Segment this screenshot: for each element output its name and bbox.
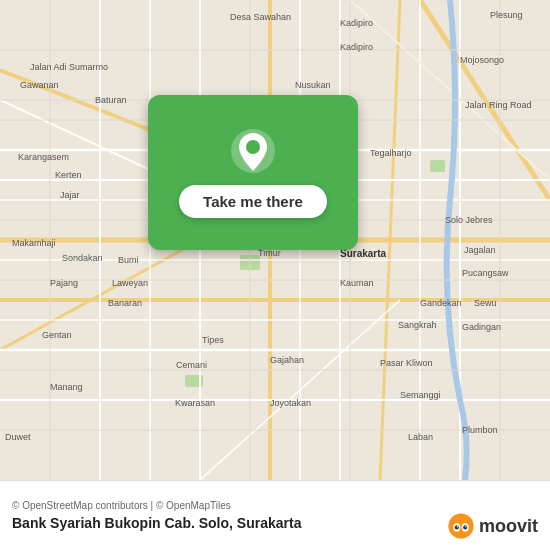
svg-point-47 [457, 526, 458, 527]
bottom-bar: © OpenStreetMap contributors | © OpenMap… [0, 480, 550, 550]
moovit-icon [447, 512, 475, 540]
map-label: Kauman [340, 278, 374, 288]
map-label: Desa Sawahan [230, 12, 291, 22]
svg-point-48 [465, 526, 466, 527]
map-label: Bumi [118, 255, 139, 265]
map-label: Baturan [95, 95, 127, 105]
map-label: Solo Jebres [445, 215, 493, 225]
map-label: Gandekan [420, 298, 462, 308]
map-label: Nusukan [295, 80, 331, 90]
map-label: Kadipiro [340, 42, 373, 52]
svg-point-42 [448, 513, 473, 538]
svg-point-41 [246, 140, 260, 154]
map-label: Gajahan [270, 355, 304, 365]
map-label: Gadingan [462, 322, 501, 332]
map-label: Semanggi [400, 390, 441, 400]
map-label: Kerten [55, 170, 82, 180]
location-pin-icon [229, 127, 277, 175]
take-me-button[interactable]: Take me there [179, 185, 327, 218]
location-card: Take me there [148, 95, 358, 250]
map-label: Banaran [108, 298, 142, 308]
map-label: Sangkrah [398, 320, 437, 330]
svg-rect-3 [430, 160, 445, 172]
map-label: Jalan Ring Road [465, 100, 532, 110]
map-label: Mojosongo [460, 55, 504, 65]
map-label: Jajar [60, 190, 80, 200]
map-label: Makamhaji [12, 238, 56, 248]
map-label: Sondakan [62, 253, 103, 263]
map-label: Pasar Kliwon [380, 358, 433, 368]
attribution-text: © OpenStreetMap contributors | © OpenMap… [12, 500, 538, 511]
map-label: Kadipiro [340, 18, 373, 28]
map-label: Pucangsaw [462, 268, 509, 278]
map-label: Jalan Adi Sumarmo [30, 62, 108, 72]
map-label: Gentan [42, 330, 72, 340]
map-label: Manang [50, 382, 83, 392]
map-label: Karangasem [18, 152, 69, 162]
map-label: Sewu [474, 298, 497, 308]
map-label: Kwarasan [175, 398, 215, 408]
map-label: Laban [408, 432, 433, 442]
map-container: Desa SawahanKadipiroKadipiroPlesungMojos… [0, 0, 550, 480]
map-label: Plesung [490, 10, 523, 20]
map-label: Joyotakan [270, 398, 311, 408]
map-label: Gawanan [20, 80, 59, 90]
map-label: Plumbon [462, 425, 498, 435]
map-label: Jagalan [464, 245, 496, 255]
moovit-logo: moovit [447, 512, 538, 540]
svg-point-45 [455, 525, 459, 529]
map-label: Tipes [202, 335, 224, 345]
svg-point-46 [463, 525, 467, 529]
moovit-text: moovit [479, 516, 538, 537]
map-label: Cemani [176, 360, 207, 370]
map-label: Laweyan [112, 278, 148, 288]
map-label: Tegalharjo [370, 148, 412, 158]
map-label: Duwet [5, 432, 31, 442]
map-label: Pajang [50, 278, 78, 288]
